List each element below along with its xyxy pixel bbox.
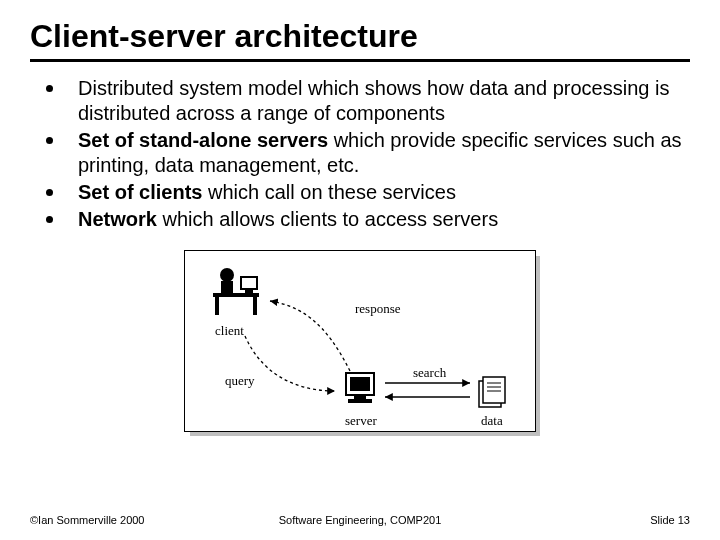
list-item: Network which allows clients to access s…: [38, 207, 690, 232]
list-item: Set of stand-alone servers which provide…: [38, 128, 690, 178]
list-item: Set of clients which call on these servi…: [38, 180, 690, 205]
diagram-container: client server data: [30, 250, 690, 436]
bullet-list: Distributed system model which shows how…: [30, 76, 690, 232]
response-label: response: [355, 301, 401, 317]
bullet-text: which call on these services: [202, 181, 455, 203]
footer-slide-number: Slide 13: [650, 514, 690, 526]
arrows: [185, 251, 535, 431]
title-rule: [30, 59, 690, 62]
page-title: Client-server architecture: [30, 18, 690, 55]
bullet-text: Distributed system model which shows how…: [78, 77, 669, 124]
search-label: search: [413, 365, 446, 381]
query-label: query: [225, 373, 255, 389]
bullet-bold: Set of stand-alone servers: [78, 129, 328, 151]
footer-copyright: ©Ian Sommerville 2000: [30, 514, 145, 526]
bullet-bold: Network: [78, 208, 157, 230]
bullet-bold: Set of clients: [78, 181, 202, 203]
footer: ©Ian Sommerville 2000 Software Engineeri…: [30, 514, 690, 526]
slide: Client-server architecture Distributed s…: [0, 0, 720, 540]
list-item: Distributed system model which shows how…: [38, 76, 690, 126]
bullet-text: which allows clients to access servers: [157, 208, 498, 230]
client-server-diagram: client server data: [184, 250, 536, 432]
diagram-box: client server data: [184, 250, 536, 432]
